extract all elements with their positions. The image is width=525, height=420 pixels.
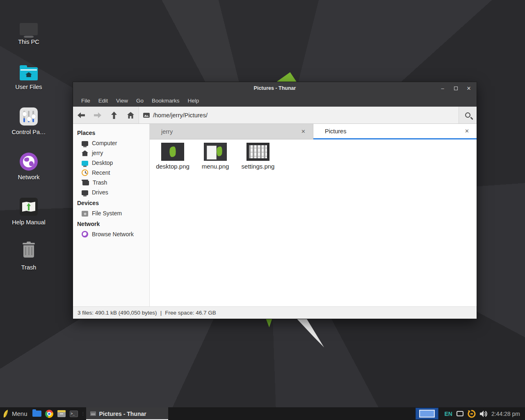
close-button[interactable]: ✕	[464, 84, 473, 93]
search-icon	[465, 112, 470, 118]
desktop-icon-this-pc[interactable]: This PC	[0, 6, 57, 45]
desktop-icon-network[interactable]: Network	[0, 141, 57, 180]
path-text: /home/jerry/Pictures/	[153, 112, 208, 119]
tab-bar: jerry ✕ Pictures ✕	[150, 124, 477, 139]
menu-view[interactable]: View	[112, 96, 132, 106]
sidebar-item-drives[interactable]: Drives	[73, 187, 149, 197]
desktop-icon-label: Trash	[21, 264, 37, 271]
sidebar-item-jerry[interactable]: jerry	[73, 148, 149, 158]
minimize-button[interactable]: –	[438, 84, 447, 93]
file-cabinet-icon	[57, 410, 66, 417]
up-arrow-icon	[111, 112, 117, 119]
back-arrow-icon	[78, 112, 85, 118]
archive-launcher[interactable]	[55, 407, 68, 420]
maximize-icon	[454, 87, 458, 90]
desktop-icons: This PC User Files Control Pa… Network H…	[0, 6, 57, 276]
menu-bookmarks[interactable]: Bookmarks	[148, 96, 184, 106]
main-pane: jerry ✕ Pictures ✕ desktop.png	[150, 124, 477, 306]
tab-close-icon[interactable]: ✕	[299, 128, 307, 135]
sidebar-item-label: Trash	[93, 179, 107, 186]
taskbar-window-button[interactable]: Pictures - Thunar	[86, 407, 168, 420]
tab-close-icon[interactable]: ✕	[463, 127, 471, 135]
clock[interactable]: 2:44:28 pm	[491, 411, 522, 417]
volume-icon[interactable]	[480, 411, 487, 417]
window-titlebar[interactable]: Pictures - Thunar – ✕	[73, 82, 477, 94]
sidebar-item-label: Computer	[92, 140, 117, 146]
tasklist-separator: ⋮	[80, 411, 86, 416]
keyboard-layout-indicator[interactable]: EN	[444, 411, 452, 417]
file-menu-png[interactable]: menu.png	[195, 143, 236, 170]
desktop-icon-control-panel[interactable]: Control Pa…	[0, 96, 57, 135]
tab-label: Pictures	[325, 128, 463, 135]
user-files-folder-icon	[20, 67, 38, 80]
file-name: menu.png	[202, 163, 229, 170]
forward-button[interactable]	[89, 107, 106, 123]
sidebar-item-browse-network[interactable]: Browse Network	[73, 229, 149, 239]
file-desktop-png[interactable]: desktop.png	[152, 143, 193, 170]
statusbar-free-space: Free space: 46.7 GB	[165, 310, 216, 316]
file-settings-png[interactable]: settings.png	[237, 143, 278, 170]
picture-location-icon	[143, 113, 150, 118]
menu-go[interactable]: Go	[132, 96, 148, 106]
home-glyph-icon	[25, 72, 32, 77]
help-manual-map-icon	[20, 198, 38, 216]
file-name: desktop.png	[156, 163, 189, 170]
desktop-icon-label: Help Manual	[12, 219, 45, 226]
sidebar-item-label: File System	[92, 210, 122, 217]
path-entry[interactable]: /home/jerry/Pictures/	[139, 107, 459, 123]
trash-icon	[82, 181, 89, 185]
workspace-1[interactable]	[419, 410, 435, 418]
back-button[interactable]	[73, 107, 89, 123]
sidebar-item-recent[interactable]: Recent	[73, 168, 149, 178]
trash-can-icon	[20, 243, 38, 261]
desktop-icon	[82, 161, 88, 166]
home-icon	[82, 151, 88, 156]
sidebar-item-label: Browse Network	[92, 231, 134, 237]
statusbar-divider: |	[160, 310, 162, 316]
control-panel-sliders-icon	[20, 107, 38, 126]
recent-clock-icon	[82, 169, 88, 176]
sidebar-item-label: Drives	[92, 189, 108, 196]
home-icon	[127, 112, 134, 119]
desktop-icon-label: Network	[18, 174, 39, 180]
desktop-icon-user-files[interactable]: User Files	[0, 51, 57, 90]
up-button[interactable]	[106, 107, 122, 123]
wallpaper-feather-quill	[296, 318, 325, 349]
distro-feather-logo-icon	[2, 409, 9, 418]
network-globe-icon	[82, 231, 88, 237]
toolbar: /home/jerry/Pictures/	[73, 107, 477, 124]
sidebar-item-desktop[interactable]: Desktop	[73, 158, 149, 168]
desktop-wallpaper: This PC User Files Control Pa… Network H…	[0, 0, 525, 420]
chrome-launcher[interactable]	[43, 407, 55, 420]
settings-png-thumbnail-icon	[247, 143, 269, 161]
menu-edit[interactable]: Edit	[94, 96, 112, 106]
desktop-icon-label: This PC	[18, 39, 39, 45]
statusbar: 3 files: 490.1 kB (490,050 bytes) | Free…	[73, 306, 477, 319]
desktop-png-thumbnail-icon	[161, 143, 184, 161]
home-button[interactable]	[122, 107, 139, 123]
menu-file[interactable]: File	[77, 96, 94, 106]
search-button[interactable]	[459, 107, 477, 123]
sidebar-item-trash[interactable]: Trash	[73, 178, 149, 187]
tab-pictures[interactable]: Pictures ✕	[313, 124, 477, 139]
tab-jerry[interactable]: jerry ✕	[150, 124, 313, 139]
menu-help[interactable]: Help	[184, 96, 203, 106]
menubar: File Edit View Go Bookmarks Help	[73, 94, 477, 107]
desktop-icon-help-manual[interactable]: Help Manual	[0, 186, 57, 226]
sidebar-item-file-system[interactable]: File System	[73, 208, 149, 218]
sidebar-item-label: Recent	[92, 169, 110, 176]
workspace-switcher[interactable]	[415, 408, 438, 420]
drives-icon	[82, 190, 88, 195]
tab-label: jerry	[161, 128, 299, 135]
terminal-launcher[interactable]: >_	[68, 407, 80, 420]
app-menu-button[interactable]: Menu	[0, 407, 31, 420]
display-tray-icon[interactable]	[457, 411, 463, 416]
desktop-icon-trash[interactable]: Trash	[0, 231, 57, 271]
maximize-button[interactable]	[451, 84, 460, 93]
statusbar-files-summary: 3 files: 490.1 kB (490,050 bytes)	[78, 310, 157, 316]
thunar-window: Pictures - Thunar – ✕ File Edit View Go …	[73, 82, 477, 319]
update-manager-icon[interactable]	[468, 410, 476, 418]
desktop-icon-label: User Files	[15, 84, 42, 90]
file-manager-launcher[interactable]	[31, 407, 43, 420]
sidebar-item-computer[interactable]: Computer	[73, 138, 149, 148]
